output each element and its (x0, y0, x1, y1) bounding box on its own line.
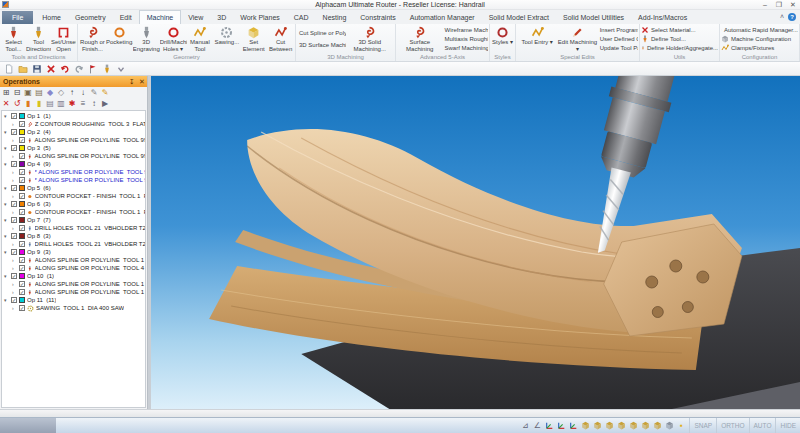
expand-chevron-icon[interactable]: › (12, 176, 17, 184)
expand-chevron-icon[interactable]: › (12, 304, 17, 312)
collapse-chevron-icon[interactable]: ▾ (4, 232, 9, 240)
machine-configuration-button[interactable]: Machine Configuration (721, 34, 798, 43)
ungroup-ops-icon-button[interactable]: ◇ (56, 88, 66, 98)
expand-chevron-icon[interactable]: › (12, 224, 17, 232)
tab-automation-manager[interactable]: Automation Manager (403, 11, 482, 24)
select-ops-icon-button[interactable]: ▣ (23, 88, 33, 98)
operation-checkbox[interactable]: ✓ (19, 281, 25, 287)
open-file-icon[interactable] (18, 64, 28, 74)
tree-operation-row[interactable]: ›✓DRILL HOLES TOOL 21 VBHOLDER T21 - 8MM… (2, 240, 145, 248)
drill-machine-holes-button[interactable]: Drill/Machine Holes ▾ (160, 25, 187, 52)
cut-spline-or-polyline-button[interactable]: Cut Spline or Polyline... (297, 28, 346, 37)
manual-tool-path-button[interactable]: Manual Tool Path... (187, 25, 214, 52)
styles-button[interactable]: Styles ▾ (491, 25, 514, 52)
expand-chevron-icon[interactable]: › (12, 192, 17, 200)
operation-checkbox[interactable]: ✓ (19, 225, 25, 231)
collapse-chevron-icon[interactable]: ▾ (4, 184, 9, 192)
operation-checkbox[interactable]: ✓ (19, 289, 25, 295)
op-checkbox[interactable]: ✓ (11, 113, 17, 119)
tab-view[interactable]: View (181, 11, 210, 24)
clamps-fixtures-button[interactable]: Clamps/Fixtures (721, 43, 798, 52)
rough-or-finish-button[interactable]: Rough or Finish... (79, 25, 106, 52)
viewport-3d[interactable] (151, 76, 800, 409)
tab-solid-model-utilities[interactable]: Solid Model Utilities (556, 11, 631, 24)
op-checkbox[interactable]: ✓ (11, 129, 17, 135)
tree-operation-row[interactable]: ›✓ALONG SPLINE OR POLYLINE TOOL 1 FLAT 1… (2, 288, 145, 296)
expand-chevron-icon[interactable]: › (12, 288, 17, 296)
select-tool-button[interactable]: Select Tool... (1, 25, 26, 52)
view-top-icon-button[interactable] (580, 421, 590, 431)
view-iso-icon-button[interactable] (652, 421, 662, 431)
tree-operation-row[interactable]: ›✓CONTOUR POCKET - FINISH TOOL 1 FLAT 10… (2, 208, 145, 216)
tab-solid-model-extract[interactable]: Solid Model Extract (482, 11, 556, 24)
3d-surface-machining-button[interactable]: 3D Surface Machining... (297, 40, 346, 49)
automatic-rapid-manager-button[interactable]: Automatic Rapid Manager... (721, 25, 798, 34)
tree-op-row-4[interactable]: ▾✓Op 4 (9) (2, 160, 145, 168)
pocketing-button[interactable]: Pocketing... (106, 25, 133, 52)
tree-op-row-2[interactable]: ▾✓Op 2 (4) (2, 128, 145, 136)
operation-checkbox[interactable]: ✓ (19, 121, 25, 127)
collapse-chevron-icon[interactable]: ▾ (4, 272, 9, 280)
define-holder-aggregate-button[interactable]: Define Holder/Aggregate... (641, 43, 718, 52)
redo-icon[interactable] (74, 64, 84, 74)
tree-op-row-7[interactable]: ▾✓Op 7 (7) (2, 216, 145, 224)
operation-checkbox[interactable]: ✓ (19, 209, 25, 215)
origin-icon-button[interactable]: ▪ (676, 421, 686, 431)
op-checkbox[interactable]: ✓ (11, 185, 17, 191)
tool-directions-button[interactable]: Tool Directions... (26, 25, 51, 52)
expand-chevron-icon[interactable]: › (12, 208, 17, 216)
views-icon-button[interactable] (664, 421, 674, 431)
tree-op-row-9[interactable]: ▾✓Op 9 (3) (2, 248, 145, 256)
renumber-icon-button[interactable]: ↕ (89, 99, 99, 109)
op-checkbox[interactable]: ✓ (11, 145, 17, 151)
tab-add-ins-macros[interactable]: Add-Ins/Macros (631, 11, 694, 24)
expand-all-icon-button[interactable]: ⊞ (1, 88, 11, 98)
move-up-icon-button[interactable]: ↑ (67, 88, 77, 98)
expand-chevron-icon[interactable]: › (12, 264, 17, 272)
toggle-ortho[interactable]: ORTHO (716, 418, 748, 433)
tree-operation-row[interactable]: ›✓* ALONG SPLINE OR POLYLINE TOOL 98 AND… (2, 168, 145, 176)
save-icon[interactable] (32, 64, 42, 74)
tree-op-row-1[interactable]: ▾✓Op 1 (1) (2, 112, 145, 120)
expand-chevron-icon[interactable]: › (12, 240, 17, 248)
minimize-button[interactable]: – (758, 0, 772, 10)
toggle-hide[interactable]: HIDE (775, 418, 800, 433)
cut-between-2-geometries-button[interactable]: Cut Between 2 Geometries... (267, 25, 294, 52)
tree-operation-row[interactable]: ›✓ALONG SPLINE OR POLYLINE TOOL 4 FLAT -… (2, 264, 145, 272)
operation-checkbox[interactable]: ✓ (19, 305, 25, 311)
view-front-icon-button[interactable] (592, 421, 602, 431)
tab-nesting[interactable]: Nesting (316, 11, 354, 24)
tool-entry-button[interactable]: Tool Entry ▾ (517, 25, 557, 52)
lock-icon-button[interactable]: ▮ (23, 99, 33, 109)
tree-operation-row[interactable]: ›✓Z CONTOUR ROUGHING TOOL 3 FLAT - 18MM (2, 120, 145, 128)
collapse-chevron-icon[interactable]: ▾ (4, 160, 9, 168)
angle-icon-button[interactable]: ∠ (532, 421, 542, 431)
view-back-icon-button[interactable] (604, 421, 614, 431)
operation-checkbox[interactable]: ✓ (19, 177, 25, 183)
edit-all-icon-button[interactable]: ✎ (100, 88, 110, 98)
tree-op-row-3[interactable]: ▾✓Op 3 (5) (2, 144, 145, 152)
edit-op-icon-button[interactable]: ✎ (89, 88, 99, 98)
tree-op-row-10[interactable]: ▾✓Op 10 (1) (2, 272, 145, 280)
tree-op-row-5[interactable]: ▾✓Op 5 (6) (2, 184, 145, 192)
tree-operation-row[interactable]: ›✓SAWING TOOL 1 DIA 400 SAW (2, 304, 145, 312)
op-checkbox[interactable]: ✓ (11, 217, 17, 223)
collapse-chevron-icon[interactable]: ▾ (4, 216, 9, 224)
op-checkbox[interactable]: ✓ (11, 273, 17, 279)
maximize-button[interactable]: ❐ (772, 0, 786, 10)
edit-machining-button[interactable]: Edit Machining ▾ (557, 25, 597, 52)
new-file-icon[interactable] (4, 64, 14, 74)
tab-constraints[interactable]: Constraints (353, 11, 402, 24)
expand-chevron-icon[interactable]: › (12, 256, 17, 264)
customize-icon[interactable] (116, 64, 126, 74)
expand-chevron-icon[interactable]: › (12, 120, 17, 128)
operation-checkbox[interactable]: ✓ (19, 169, 25, 175)
close-button[interactable]: ✕ (786, 0, 800, 10)
tree-operation-row[interactable]: ›✓DRILL HOLES TOOL 21 VBHOLDER T21 - 8MM… (2, 224, 145, 232)
tree-op-row-6[interactable]: ▾✓Op 6 (3) (2, 200, 145, 208)
measure-icon-button[interactable]: ⊿ (520, 421, 530, 431)
tab-cad[interactable]: CAD (287, 11, 316, 24)
order-icon-button[interactable]: ≡ (78, 99, 88, 109)
collapse-chevron-icon[interactable]: ▾ (4, 128, 9, 136)
tab-machine[interactable]: Machine (139, 10, 181, 24)
